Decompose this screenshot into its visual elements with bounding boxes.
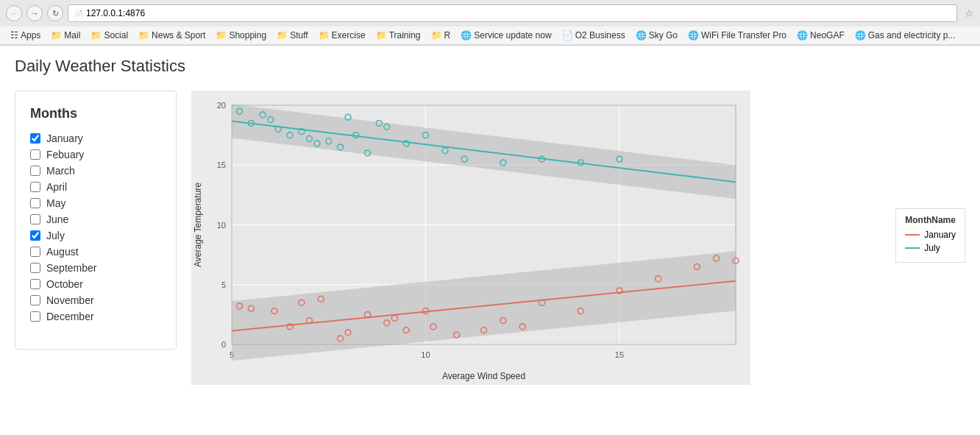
month-checkbox[interactable] (30, 198, 40, 208)
scatter-chart: 0510152051015Average Wind SpeedAverage T… (191, 91, 750, 385)
bookmark-icon: 📁 (376, 30, 387, 40)
bookmark-item[interactable]: 🌐WiFi File Transfer Pro (683, 29, 791, 42)
bookmark-item[interactable]: 🌐NeoGAF (792, 29, 849, 42)
month-item[interactable]: Febuary (30, 149, 161, 160)
legend-title: MonthName (905, 215, 956, 225)
month-item[interactable]: August (30, 246, 161, 258)
bookmark-item[interactable]: 📁R (427, 29, 455, 42)
svg-text:10: 10 (421, 350, 430, 359)
bookmark-icon: 🌐 (636, 30, 647, 40)
month-checkbox[interactable] (30, 149, 40, 160)
month-label: July (46, 230, 65, 241)
month-label: December (46, 311, 94, 322)
main-layout: Months JanuaryFebuaryMarchAprilMayJuneJu… (15, 91, 965, 387)
bookmark-label: Mail (64, 30, 80, 40)
july-legend-label: July (924, 243, 940, 253)
svg-text:20: 20 (217, 101, 226, 110)
month-item[interactable]: October (30, 278, 161, 290)
bookmark-item[interactable]: 📁News & Sport (134, 29, 210, 42)
month-checkbox[interactable] (30, 311, 40, 322)
month-checkbox[interactable] (30, 182, 40, 192)
svg-text:15: 15 (217, 160, 226, 169)
bookmark-star-icon[interactable]: ☆ (965, 7, 974, 19)
bookmark-icon: 📄 (562, 30, 573, 40)
bookmark-item[interactable]: 🌐Service update now (456, 29, 555, 42)
bookmark-item[interactable]: 📁Stuff (272, 29, 312, 42)
bookmark-item[interactable]: 🌐Sky Go (631, 29, 682, 42)
svg-text:15: 15 (615, 350, 624, 359)
month-label: November (46, 294, 94, 306)
month-label: March (46, 165, 75, 177)
month-item[interactable]: September (30, 262, 161, 274)
month-label: September (46, 262, 96, 274)
page-content: Daily Weather Statistics Months JanuaryF… (0, 46, 980, 435)
month-item[interactable]: December (30, 311, 161, 322)
month-item[interactable]: May (30, 197, 161, 209)
forward-button[interactable]: → (26, 5, 43, 21)
sidebar-title: Months (30, 106, 161, 121)
bookmark-label: R (444, 30, 451, 40)
month-checkbox[interactable] (30, 214, 40, 224)
svg-text:Average Temperature: Average Temperature (193, 183, 203, 267)
bookmark-icon: 🌐 (797, 30, 808, 40)
bookmark-label: Shopping (229, 30, 266, 40)
bookmark-item[interactable]: 📁Shopping (211, 29, 271, 42)
bookmark-label: Social (104, 30, 128, 40)
bookmark-icon: 🌐 (855, 30, 866, 40)
month-checkbox[interactable] (30, 279, 40, 289)
bookmarks-bar: ​☷Apps📁Mail📁Social📁News & Sport📁Shopping… (0, 26, 980, 45)
month-label: Febuary (46, 149, 84, 160)
month-checkbox[interactable] (30, 263, 40, 273)
bookmark-icon: ​☷ (10, 30, 18, 40)
month-label: June (46, 213, 68, 225)
month-item[interactable]: March (30, 165, 161, 177)
month-checkbox[interactable] (30, 230, 40, 241)
back-button[interactable]: ← (6, 5, 22, 21)
bookmark-icon: 📁 (277, 30, 288, 40)
bookmark-icon: 📁 (138, 30, 149, 40)
bookmark-label: Stuff (290, 30, 308, 40)
browser-chrome: ← → ↻ 📄 127.0.0.1:4876 ☆ ​☷Apps📁Mail📁Soc… (0, 0, 980, 46)
bookmark-item[interactable]: 📁Social (86, 29, 132, 42)
bookmark-item[interactable]: 📁Mail (46, 29, 85, 42)
bookmark-label: Service update now (474, 30, 551, 40)
bookmark-icon: 🌐 (688, 30, 699, 40)
lock-icon: 📄 (74, 10, 83, 18)
bookmark-item[interactable]: 🌐Gas and electricity p... (851, 29, 960, 42)
month-item[interactable]: June (30, 213, 161, 225)
month-list: JanuaryFebuaryMarchAprilMayJuneJulyAugus… (30, 132, 161, 322)
month-item[interactable]: July (30, 230, 161, 241)
month-label: January (46, 132, 83, 144)
bookmark-label: Gas and electricity p... (868, 30, 956, 40)
bookmark-label: Exercise (332, 30, 366, 40)
month-label: October (46, 278, 83, 290)
january-legend-line (905, 234, 920, 236)
month-checkbox[interactable] (30, 247, 40, 257)
bookmark-icon: 📁 (51, 30, 62, 40)
svg-text:5: 5 (221, 280, 226, 289)
month-checkbox[interactable] (30, 295, 40, 305)
bookmark-icon: 📁 (319, 30, 330, 40)
address-bar[interactable]: 📄 127.0.0.1:4876 (68, 4, 957, 22)
chart-container: 0510152051015Average Wind SpeedAverage T… (191, 91, 965, 387)
month-checkbox[interactable] (30, 133, 40, 144)
month-checkbox[interactable] (30, 166, 40, 176)
chart-legend: MonthName January July (895, 208, 965, 263)
month-label: April (46, 181, 67, 193)
bookmark-item[interactable]: 📄O2 Business (558, 29, 630, 42)
bookmark-label: Apps (21, 30, 40, 40)
bookmark-item[interactable]: ​☷Apps (6, 29, 45, 42)
month-item[interactable]: November (30, 294, 161, 306)
browser-toolbar: ← → ↻ 📄 127.0.0.1:4876 ☆ (0, 0, 980, 26)
month-item[interactable]: April (30, 181, 161, 193)
bookmark-item[interactable]: 📁Training (372, 29, 425, 42)
bookmark-label: NeoGAF (810, 30, 845, 40)
svg-text:10: 10 (217, 221, 226, 230)
bookmark-label: News & Sport (152, 30, 205, 40)
month-label: August (46, 246, 79, 258)
months-sidebar: Months JanuaryFebuaryMarchAprilMayJuneJu… (15, 91, 177, 350)
svg-text:0: 0 (221, 340, 226, 349)
reload-button[interactable]: ↻ (47, 5, 63, 21)
month-item[interactable]: January (30, 132, 161, 144)
bookmark-item[interactable]: 📁Exercise (314, 29, 370, 42)
